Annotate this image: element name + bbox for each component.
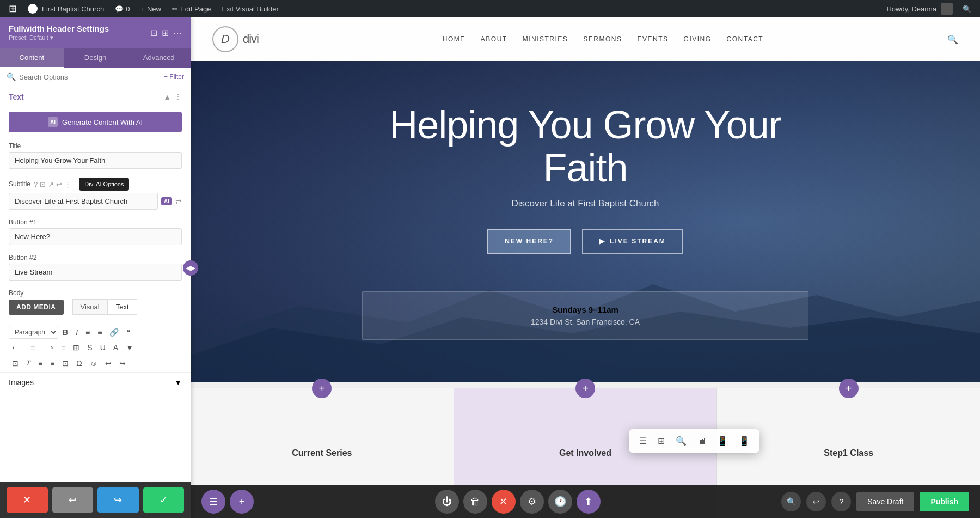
subtitle-swap-icon[interactable]: ⇄ [175, 197, 182, 206]
format-select[interactable]: Paragraph [9, 326, 58, 339]
add-section-2-button[interactable]: + [575, 379, 595, 398]
text-color-button[interactable]: A [110, 341, 121, 354]
blockquote-button[interactable]: ❝ [123, 326, 134, 339]
redo-button[interactable]: ↪ [97, 487, 139, 513]
panel-grid-icon[interactable]: ⊞ [162, 28, 169, 38]
button2-input[interactable] [9, 264, 182, 281]
link-button[interactable]: 🔗 [106, 326, 122, 339]
add-media-button[interactable]: ADD MEDIA [9, 300, 64, 315]
admin-search[interactable]: 🔍 [958, 0, 976, 17]
exit-builder-link[interactable]: Exit Visual Builder [217, 0, 283, 17]
hero-content: Helping You Grow Your Faith Discover Lif… [340, 103, 830, 340]
floating-search-button[interactable]: 🔍 [671, 432, 691, 449]
floating-menu-button[interactable]: ☰ [635, 432, 651, 449]
fullscreen-button[interactable]: ⊡ [59, 357, 72, 370]
undo-button[interactable]: ↩ [52, 487, 94, 513]
panel-maximize-icon[interactable]: ⊡ [150, 28, 157, 38]
save-draft-button[interactable]: Save Draft [856, 492, 914, 511]
nav-home[interactable]: HOME [443, 35, 465, 43]
comments-link[interactable]: 💬 0 [111, 0, 134, 17]
bold-button[interactable]: B [59, 326, 71, 339]
section-collapse-icon[interactable]: ▲ [163, 93, 171, 101]
subtitle-input[interactable] [9, 193, 158, 210]
align-right-button[interactable]: ⟶ [39, 341, 57, 354]
tab-advanced[interactable]: Advanced [127, 48, 191, 68]
italic-button[interactable]: I [72, 326, 81, 339]
strikethrough-button[interactable]: S [84, 341, 95, 354]
unordered-list-button[interactable]: ≡ [82, 326, 93, 339]
tab-text[interactable]: Text [108, 299, 137, 315]
section-more-icon[interactable]: ⋮ [174, 93, 182, 101]
nav-events[interactable]: EVENTS [638, 35, 669, 43]
undo-toolbar-button[interactable]: ↩ [102, 357, 115, 370]
indent2-button[interactable]: ≡ [35, 357, 46, 370]
action-trash-button[interactable]: 🗑 [463, 490, 487, 514]
text-color-dropdown[interactable]: ▼ [122, 341, 137, 354]
underline-button[interactable]: U [97, 341, 109, 354]
right-history-icon-btn[interactable]: ↩ [806, 492, 826, 511]
action-add-button[interactable]: + [230, 490, 254, 514]
site-search-icon[interactable]: 🔍 [947, 34, 958, 45]
title-input[interactable] [9, 152, 182, 169]
wp-logo[interactable]: ⊞ [4, 0, 21, 17]
action-power-button[interactable]: ⏻ [435, 490, 459, 514]
floating-grid-button[interactable]: ⊞ [653, 432, 669, 449]
table-button[interactable]: ⊞ [70, 341, 83, 354]
nav-giving[interactable]: GIVING [684, 35, 712, 43]
special-chars-button[interactable]: Ω [73, 357, 85, 370]
align-center-button[interactable]: ≡ [27, 341, 38, 354]
nav-sermons[interactable]: SERMONS [583, 35, 622, 43]
hero-button-live-stream[interactable]: ▶ LIVE STREAM [582, 229, 683, 254]
confirm-button[interactable]: ✓ [143, 487, 185, 513]
tab-design[interactable]: Design [64, 48, 127, 68]
action-layers-button[interactable]: ⬆ [577, 490, 601, 514]
add-section-3-button[interactable]: + [839, 379, 859, 398]
tab-content[interactable]: Content [0, 48, 64, 68]
redo-toolbar-button[interactable]: ↪ [116, 357, 129, 370]
indent-button[interactable]: ⊡ [9, 357, 22, 370]
subtitle-copy-icon[interactable]: ⊡ [40, 180, 46, 188]
floating-tablet-button[interactable]: 📱 [713, 432, 732, 449]
action-settings-button[interactable]: ⚙ [520, 490, 544, 514]
button1-input[interactable] [9, 228, 182, 245]
ordered-list-button[interactable]: ≡ [94, 326, 105, 339]
panel-collapse-toggle[interactable]: ◀▶ [183, 260, 198, 276]
subtitle-arrow-icon[interactable]: ↗ [48, 180, 54, 188]
add-section-1-button[interactable]: + [312, 379, 332, 398]
discard-button[interactable]: ✕ [7, 487, 48, 513]
new-item-link[interactable]: + New [136, 0, 166, 17]
generate-ai-button[interactable]: AI Generate Content With AI [9, 112, 182, 132]
nav-contact[interactable]: CONTACT [727, 35, 764, 43]
outdent-button[interactable]: 𝑇 [23, 356, 34, 370]
panel-preset[interactable]: Preset: Default ▾ [9, 34, 109, 41]
subtitle-more-icon[interactable]: ⋮ [64, 180, 71, 188]
edit-page-link[interactable]: ✏ Edit Page [168, 0, 215, 17]
panel-more-icon[interactable]: ⋯ [173, 28, 182, 38]
images-expand-icon[interactable]: ▼ [174, 378, 182, 387]
floating-desktop-button[interactable]: 🖥 [693, 433, 710, 449]
outdent2-button[interactable]: ≡ [47, 357, 58, 370]
subtitle-help-icon[interactable]: ? [34, 180, 38, 188]
right-help-icon-btn[interactable]: ? [831, 492, 851, 511]
tab-visual[interactable]: Visual [72, 299, 108, 315]
search-options-input[interactable] [19, 73, 161, 81]
site-name-link[interactable]: First Baptist Church [23, 0, 108, 17]
subtitle-undo-icon[interactable]: ↩ [56, 180, 62, 188]
right-search-icon-btn[interactable]: 🔍 [781, 492, 801, 511]
hero-button-new-here[interactable]: NEW HERE? [487, 229, 571, 254]
emoji-button[interactable]: ☺ [87, 357, 101, 370]
images-section[interactable]: Images ▼ [0, 372, 191, 392]
subtitle-ai-badge[interactable]: AI [161, 197, 172, 205]
howdy-text[interactable]: Howdy, Deanna [882, 0, 957, 17]
action-clock-button[interactable]: 🕐 [548, 490, 572, 514]
publish-button[interactable]: Publish [920, 492, 969, 511]
action-menu-button[interactable]: ☰ [201, 490, 225, 514]
action-close-button[interactable]: ✕ [492, 490, 516, 514]
nav-ministries[interactable]: MINISTRIES [523, 35, 568, 43]
floating-mobile-button[interactable]: 📱 [734, 432, 754, 449]
filter-button[interactable]: + Filter [164, 73, 184, 81]
nav-about[interactable]: ABOUT [481, 35, 507, 43]
align-left-button[interactable]: ⟵ [9, 341, 26, 354]
align-justify-button[interactable]: ≡ [58, 341, 69, 354]
floating-editor-toolbar: ☰ ⊞ 🔍 🖥 📱 📱 [629, 429, 759, 453]
